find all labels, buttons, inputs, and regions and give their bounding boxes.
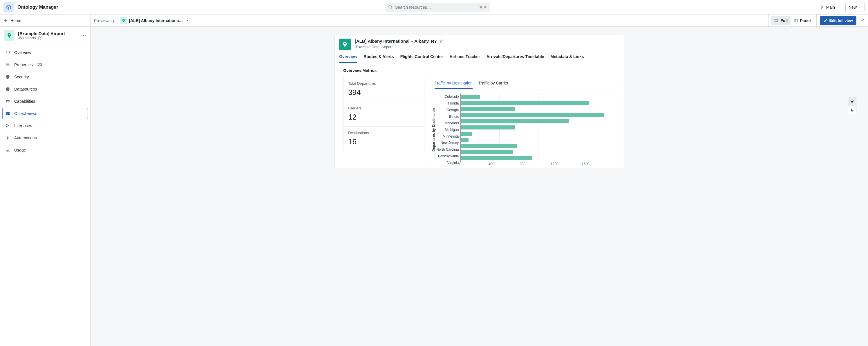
chevron-down-icon	[186, 19, 189, 22]
theme-dark-button[interactable]	[848, 106, 856, 114]
chart-category-label: Illinois	[436, 114, 459, 120]
chart-bar	[461, 107, 515, 111]
interface-icon	[5, 123, 11, 128]
chart-bar	[461, 132, 472, 136]
chart-bar	[461, 119, 569, 123]
chart-y-axis-title: Departures by Destination	[431, 93, 436, 166]
tab-overview[interactable]: Overview	[339, 54, 357, 63]
chart-bar	[461, 156, 532, 160]
breadcrumb-area: Home	[0, 15, 91, 26]
search-input[interactable]	[395, 5, 477, 9]
object-subtitle: 353 objects	[18, 36, 65, 40]
sidebar-item-label: Datasources	[14, 87, 37, 91]
new-button[interactable]: New	[845, 3, 865, 12]
previewing-label: Previewing:	[94, 18, 115, 23]
sidebar-item-properties[interactable]: Properties 20	[2, 59, 88, 70]
monitor-icon	[774, 18, 779, 23]
app-logo	[3, 2, 14, 12]
chart-bar	[461, 95, 480, 99]
sidebar-item-overview[interactable]: Overview	[2, 47, 88, 58]
view-mode-panel[interactable]: Panel	[790, 16, 813, 25]
chart-category-label: Florida	[436, 100, 459, 106]
view-mode-full[interactable]: Full	[771, 16, 790, 25]
chart-bar	[461, 101, 588, 105]
card-body: Overview Metrics Total Departures 394 Ca…	[335, 63, 624, 168]
main-canvas: [ALB] Albany International + Albany, NY …	[91, 27, 868, 346]
sidebar-item-automations[interactable]: Automations	[2, 132, 88, 144]
metrics-column: Total Departures 394 Carriers 12 Destina…	[343, 77, 425, 151]
edit-full-view-label: Edit full view	[829, 18, 853, 23]
theme-light-button[interactable]	[848, 98, 856, 106]
open-external-icon[interactable]	[860, 18, 865, 23]
search-icon	[388, 5, 393, 9]
branch-selector[interactable]: Main	[817, 3, 842, 12]
sidebar-item-label: Usage	[14, 148, 26, 152]
star-outline-icon[interactable]	[37, 36, 41, 40]
search-box[interactable]: ⌘ K	[385, 3, 490, 12]
layout-icon	[5, 111, 11, 116]
chart-bar	[461, 125, 515, 129]
more-menu-button[interactable]	[81, 33, 86, 38]
svg-line-11	[853, 100, 853, 101]
chart-y-labels: ColoradoFloridaGeorgiaIllinoisMarylandMi…	[436, 93, 460, 166]
sidebar-item-security[interactable]: Security	[2, 71, 88, 83]
chevron-down-icon	[859, 6, 861, 9]
chart-panel: Traffic by Destination Traffic by Carrie…	[429, 77, 619, 168]
location-pin-icon	[339, 38, 351, 50]
location-pin-icon	[120, 17, 127, 24]
edit-icon	[824, 19, 828, 23]
tab-routes-alerts[interactable]: Routes & Alerts	[364, 54, 394, 63]
chart-x-tick: 400	[489, 162, 520, 166]
chart-tab-destination[interactable]: Traffic by Destination	[435, 81, 473, 89]
list-icon	[5, 62, 11, 67]
star-outline-icon[interactable]	[439, 39, 443, 43]
chart-tab-carrier[interactable]: Traffic by Carrier	[478, 81, 508, 89]
chart-bars	[461, 93, 616, 162]
sidebar-item-label: Object views	[14, 111, 37, 116]
sidebar-item-capabilities[interactable]: Capabilities	[2, 95, 88, 107]
metric-total-departures: Total Departures 394	[343, 77, 424, 102]
breadcrumb-home[interactable]: Home	[10, 18, 21, 23]
topbar: Ontology Manager ⌘ K Main New	[0, 0, 868, 15]
chart-plot	[460, 93, 616, 162]
tab-metadata-links[interactable]: Metadata & Links	[551, 54, 584, 63]
svg-point-3	[851, 101, 852, 103]
chart-area: Departures by Destination ColoradoFlorid…	[429, 89, 619, 168]
location-pin-icon	[4, 30, 14, 41]
metric-value: 394	[348, 88, 420, 97]
section-title: Overview Metrics	[343, 68, 619, 73]
chart-category-label: North Carolina	[436, 147, 459, 152]
layers-icon	[5, 99, 11, 104]
metric-value: 16	[348, 137, 420, 146]
tab-timetable[interactable]: Arrivals/Departures Timetable	[487, 54, 544, 63]
sidebar-item-datasources[interactable]: Datasources	[2, 83, 88, 95]
view-mode-full-label: Full	[780, 18, 788, 23]
preview-chip[interactable]: [ALB] Albany International +…	[118, 16, 191, 25]
chart-bar	[461, 150, 513, 154]
bolt-icon	[5, 136, 11, 140]
tab-flights-control[interactable]: Flights Control Center	[400, 54, 443, 63]
card-header: [ALB] Albany International + Albany, NY …	[335, 35, 624, 50]
sidebar-item-usage[interactable]: Usage	[2, 144, 88, 156]
chart-x-tick: 1200	[551, 162, 582, 166]
arrow-left-icon[interactable]	[3, 18, 8, 23]
tab-airlines-tracker[interactable]: Airlines Tracker	[450, 54, 480, 63]
svg-line-10	[850, 103, 851, 103]
chart-bar	[461, 138, 468, 142]
object-header: [Example Data] Airport 353 objects	[0, 27, 90, 45]
branch-label: Main	[826, 5, 835, 9]
chart-line-icon	[5, 148, 11, 152]
chart-category-label: Georgia	[436, 107, 459, 113]
metric-label: Destinations	[348, 131, 420, 135]
sidebar-item-interfaces[interactable]: Interfaces	[2, 120, 88, 132]
sidebar-item-object-views[interactable]: Object views	[2, 108, 88, 119]
card-tabs: Overview Routes & Alerts Flights Control…	[335, 50, 624, 63]
card-subtitle: [Example Data] Airport	[355, 45, 443, 49]
object-title: [Example Data] Airport	[18, 31, 65, 36]
svg-line-8	[850, 100, 851, 101]
object-view-card: [ALB] Albany International + Albany, NY …	[334, 35, 624, 168]
chart-bar	[461, 144, 517, 148]
edit-full-view-button[interactable]: Edit full view	[820, 16, 857, 25]
metric-label: Carriers	[348, 106, 420, 110]
object-count: 353 objects	[18, 36, 36, 40]
